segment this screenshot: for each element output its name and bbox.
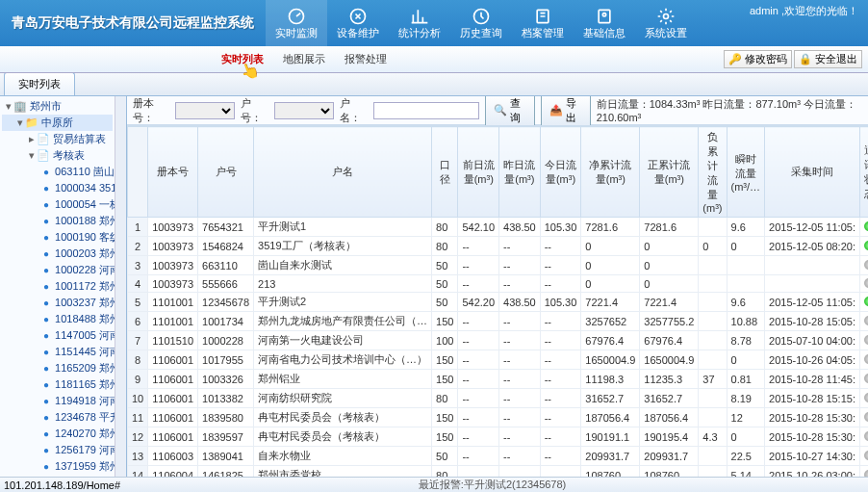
table-row[interactable]: 811060011017955河南省电力公司技术培训中心（…）150------… [128,350,869,370]
tree-node[interactable]: 1240270 郑州铁路… [2,426,113,442]
nav-3[interactable]: 历史查询 [450,0,512,46]
col-12[interactable]: 采集时间 [765,127,860,218]
book-select[interactable] [175,102,235,119]
tree-node[interactable]: 1003237 郑州毛纺… [2,295,113,311]
tree-node[interactable]: 1151445 河南思达 [2,344,113,360]
col-13[interactable]: 通讯状态 [859,127,868,218]
tree-node[interactable]: 1165209 郑州中坛 [2,360,113,376]
user-greeting: admin ,欢迎您的光临！ [740,4,868,18]
status-led [864,335,868,345]
data-grid: 册本号户号户名口径前日流量(m³)昨日流量(m³)今日流量(m³)净累计流量(m… [127,126,868,477]
table-row[interactable]: 5110100112345678平升测试250542.20438.50105.3… [128,293,869,312]
tree-node[interactable]: 1234678 平升测试 [2,409,113,426]
label-name: 户名： [340,96,368,125]
tree-node[interactable]: 1181165 郑州毅成 [2,376,113,393]
status-led [864,354,868,364]
exit-icon[interactable]: 🔒 安全退出 [794,50,862,68]
status-led [864,451,868,460]
table-row[interactable]: 110039737654321平升测试180542.10438.50105.30… [128,218,869,237]
name-input[interactable] [373,102,479,119]
search-button[interactable]: 🔍 查询 [485,96,535,128]
status-led [864,316,868,325]
table-row[interactable]: 1211060011839597冉屯村民委员会（考核表）150------190… [128,427,869,447]
status-led [864,241,868,250]
tree-node[interactable]: 1001172 郑州神马… [2,278,113,295]
status-alert: 最近报警:平升测试2(12345678) [120,478,864,492]
tree-node[interactable]: 🏢 郑州市 [2,98,113,115]
account-select[interactable] [274,102,334,119]
nav-1[interactable]: 设备维护 [327,0,389,46]
col-10[interactable]: 负累计流量(m³) [699,127,727,218]
status-led [864,297,868,306]
tree-node[interactable]: 1000190 客纺机… [2,229,113,246]
tree-node[interactable]: 1000034 3519工厂 [2,180,113,196]
status-led [864,374,868,383]
subnav-1[interactable]: 地图展示 [273,48,335,70]
tree-node[interactable]: 1000054 一栋（李… [2,196,113,213]
flow-summary: 前日流量：1084.33m³ 昨日流量：877.10m³ 今日流量：210.60… [597,97,862,123]
table-row[interactable]: 1411060041461825郑州市委党校80------1087601087… [128,466,869,478]
tree-node[interactable]: 1000228 河南第二… [2,262,113,278]
export-button[interactable]: 📤 导出 [541,96,591,128]
col-11[interactable]: 瞬时流量(m³/… [727,127,765,218]
tree-node[interactable]: 📄 考核表 [2,147,113,164]
col-7[interactable]: 今日流量(m³) [540,127,581,218]
col-5[interactable]: 前日流量(m³) [458,127,499,218]
nav-2[interactable]: 统计分析 [389,0,450,46]
status-led [864,260,868,270]
status-led [864,221,868,231]
label-book: 册本号： [133,96,169,125]
table-row[interactable]: 4100397355566621350------00▮▮▮ [128,275,869,293]
col-3[interactable]: 户名 [254,127,432,218]
col-8[interactable]: 净累计流量(m³) [581,127,640,218]
table-row[interactable]: 911060011003326郑州铝业150------11198.311235… [128,370,869,389]
col-6[interactable]: 昨日流量(m³) [499,127,541,218]
col-0[interactable] [128,127,148,218]
status-led [864,431,868,441]
table-row[interactable]: 1011060011013382河南纺织研究院80------31652.731… [128,389,869,408]
table-row[interactable]: 711015101000228河南第一火电建设公司100------67976.… [128,331,869,350]
nav-0[interactable]: 实时监测 [266,0,327,46]
app-title: 青岛万安电子技术有限公司远程监控系统 [0,14,266,32]
col-9[interactable]: 正累计流量(m³) [640,127,699,218]
table-row[interactable]: 31003973663110崮山自来水测试50------00▮▮▮ [128,256,869,275]
status-url: 101.201.148.189/Home# [4,479,120,491]
tree-node[interactable]: 1018488 郑州梦圆… [2,311,113,327]
status-led [864,470,868,478]
svg-point-7 [664,13,669,18]
tree-node[interactable]: 063110 崮山自来水 [2,164,113,180]
table-row[interactable]: 1311060031389041自来水物业50------209931.7209… [128,447,869,466]
tree-node[interactable]: 1194918 河南省五… [2,393,113,409]
tree-scrollbar[interactable] [115,96,126,477]
subnav-2[interactable]: 报警处理 [335,48,396,70]
table-row[interactable]: 611010011001734郑州九龙城房地产有限责任公司（…150------… [128,312,869,331]
nav-4[interactable]: 档案管理 [512,0,574,46]
key-icon[interactable]: 🔑 修改密码 [724,50,792,68]
tab-realtime-list[interactable]: 实时列表 [4,72,75,95]
nav-6[interactable]: 系统设置 [635,0,697,46]
table-row[interactable]: 1111060011839580冉屯村民委员会（考核表）150------187… [128,408,869,427]
tree-node[interactable]: 1147005 河南思达… [2,327,113,344]
status-led [864,412,868,422]
svg-point-6 [602,13,605,15]
tree-node[interactable]: 📄 贸易结算表 [2,131,113,147]
col-2[interactable]: 户号 [198,127,254,218]
tree-node[interactable]: 1420459 农行花园… [2,475,113,477]
svg-line-1 [296,13,300,15]
status-led [864,393,868,402]
status-led [864,278,868,288]
tree-node[interactable]: 1000188 郑州监狱 [2,213,113,229]
tree-node[interactable]: 1371959 郑州水工… [2,458,113,475]
tree-node[interactable]: 1000203 郑州中原… [2,246,113,262]
nav-5[interactable]: 基础信息 [574,0,635,46]
col-1[interactable]: 册本号 [148,127,198,218]
tree-node[interactable]: 1256179 河南宏发… [2,442,113,458]
label-account: 户号： [241,96,268,125]
col-4[interactable]: 口径 [432,127,458,218]
table-row[interactable]: 2100397315468243519工厂（考核表）80------000020… [128,237,869,256]
tree-node[interactable]: 📁 中原所 [2,115,113,131]
